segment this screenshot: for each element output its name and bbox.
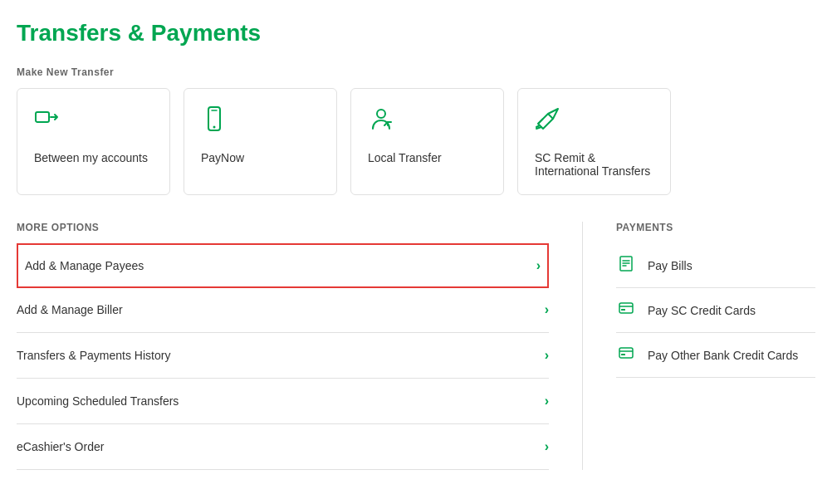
pay-other-bank-text: Pay Other Bank Credit Cards [648,349,798,362]
svg-rect-17 [621,309,625,311]
menu-item-transfers-history[interactable]: Transfers & Payments History › [17,333,549,379]
plane-icon [535,105,561,138]
payment-pay-bills[interactable]: Pay Bills [616,243,815,288]
pay-sc-credit-text: Pay SC Credit Cards [648,304,756,317]
more-options-label: MORE OPTIONS [17,222,549,233]
accounts-icon [34,105,61,138]
card-local-transfer[interactable]: Local Transfer [350,88,504,195]
payment-pay-other-bank[interactable]: Pay Other Bank Credit Cards [616,333,815,378]
chevron-right-icon: › [545,302,549,317]
more-options-section: MORE OPTIONS Add & Manage Payees › Add &… [17,222,583,470]
svg-rect-20 [621,354,625,355]
svg-point-2 [213,126,216,129]
card-paynow-label: PayNow [201,151,244,164]
chevron-right-icon: › [545,439,549,454]
svg-line-7 [538,119,543,124]
chevron-right-icon: › [545,394,549,409]
menu-item-upcoming-scheduled[interactable]: Upcoming Scheduled Transfers › [17,379,549,424]
make-transfer-label: Make New Transfer [17,66,815,78]
page-title: Transfers & Payments [17,20,815,46]
card-between-accounts-label: Between my accounts [34,151,148,164]
transfers-history-text: Transfers & Payments History [17,349,170,362]
person-icon [368,105,394,138]
chevron-right-icon: › [545,348,549,363]
svg-rect-15 [619,303,633,313]
page-container: Transfers & Payments Make New Transfer B… [0,0,832,490]
pay-bills-text: Pay Bills [648,259,693,272]
add-manage-payees-text: Add & Manage Payees [25,259,144,272]
ecashiers-order-text: eCashier's Order [17,440,104,453]
card-local-transfer-label: Local Transfer [368,151,442,164]
svg-rect-0 [36,112,49,122]
card-between-accounts[interactable]: Between my accounts [17,88,170,195]
payment-pay-sc-credit[interactable]: Pay SC Credit Cards [616,288,815,333]
svg-rect-18 [619,348,633,358]
svg-point-4 [377,110,385,118]
menu-item-add-manage-biller[interactable]: Add & Manage Biller › [17,287,549,333]
svg-line-8 [548,114,553,119]
menu-item-add-manage-payees[interactable]: Add & Manage Payees › [17,243,549,288]
card-sc-remit[interactable]: SC Remit & International Transfers [517,88,671,195]
main-content: MORE OPTIONS Add & Manage Payees › Add &… [17,222,815,470]
upcoming-scheduled-text: Upcoming Scheduled Transfers [17,394,179,408]
transfer-cards-row: Between my accounts PayNow [17,88,815,195]
menu-item-ecashiers-order[interactable]: eCashier's Order › [17,424,549,470]
card-sc-remit-label: SC Remit & International Transfers [535,151,653,178]
chevron-right-icon: › [536,258,541,273]
add-manage-biller-text: Add & Manage Biller [17,303,123,316]
sc-card-icon [616,300,636,321]
other-card-icon [616,345,636,365]
payments-section: PAYMENTS Pay Bills [583,222,815,470]
svg-line-10 [536,125,540,127]
bill-icon [616,255,636,276]
phone-icon [201,105,228,138]
payments-label: PAYMENTS [616,222,815,233]
card-paynow[interactable]: PayNow [184,88,337,195]
